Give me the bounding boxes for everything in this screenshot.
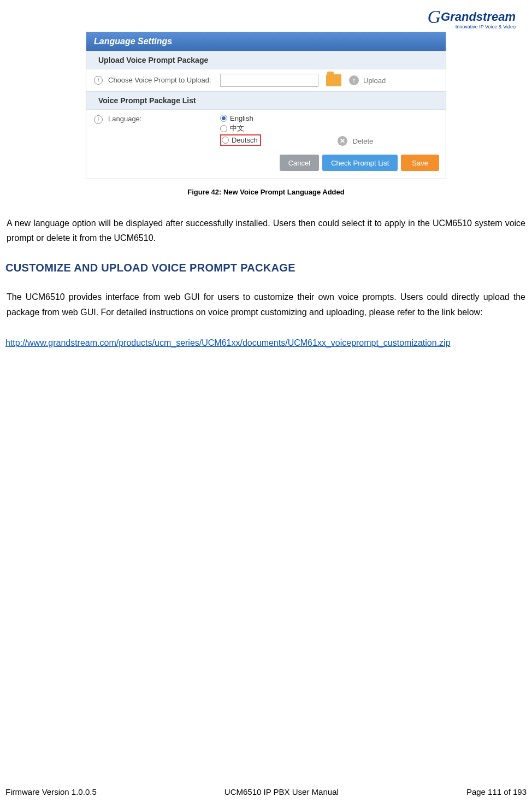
radio-icon (220, 115, 227, 122)
close-icon: ✕ (338, 136, 347, 146)
language-option-english[interactable]: English (220, 114, 261, 122)
check-prompt-list-button[interactable]: Check Prompt List (322, 155, 398, 171)
panel-title: Language Settings (86, 32, 446, 51)
upload-section-header: Upload Voice Prompt Package (86, 51, 446, 69)
section-heading: CUSTOMIZE AND UPLOAD VOICE PROMPT PACKAG… (5, 262, 527, 274)
radio-icon (220, 125, 227, 132)
paragraph-1: A new language option will be displayed … (5, 216, 527, 245)
footer-firmware: Firmware Version 1.0.0.5 (5, 787, 97, 796)
language-option-chinese[interactable]: 中文 (220, 123, 261, 133)
info-icon[interactable]: i (94, 76, 103, 85)
cancel-button[interactable]: Cancel (280, 155, 319, 171)
file-path-input[interactable] (220, 74, 318, 87)
radio-icon (222, 137, 229, 144)
upload-button[interactable]: ↑ Upload (349, 75, 386, 85)
action-button-row: Cancel Check Prompt List Save (86, 150, 446, 179)
delete-button[interactable]: ✕ Delete (338, 136, 374, 146)
language-settings-panel: Language Settings Upload Voice Prompt Pa… (86, 32, 446, 179)
browse-folder-icon[interactable] (326, 74, 341, 86)
list-section-header: Voice Prompt Package List (86, 91, 446, 110)
paragraph-2: The UCM6510 provides interface from web … (5, 290, 527, 319)
upload-row: i Choose Voice Prompt to Upload: ↑ Uploa… (86, 69, 446, 91)
page-footer: Firmware Version 1.0.0.5 UCM6510 IP PBX … (5, 787, 527, 796)
save-button[interactable]: Save (401, 155, 439, 171)
language-option-deutsch[interactable]: Deutsch (222, 136, 258, 144)
footer-title: UCM6510 IP PBX User Manual (224, 787, 339, 796)
documentation-link[interactable]: http://www.grandstream.com/products/ucm_… (5, 338, 451, 347)
footer-page: Page 111 of 193 (466, 787, 527, 796)
info-icon[interactable]: i (94, 115, 103, 124)
option-label: 中文 (230, 123, 244, 133)
figure-caption: Figure 42: New Voice Prompt Language Add… (5, 188, 527, 196)
upload-label: Choose Voice Prompt to Upload: (108, 75, 220, 85)
option-label: English (230, 114, 253, 122)
upload-icon: ↑ (349, 75, 359, 85)
language-label: Language: (108, 114, 220, 124)
logo-text: Grandstream (441, 10, 516, 23)
language-row: i Language: English 中文 Deutsch (86, 110, 446, 150)
upload-button-label: Upload (363, 76, 386, 85)
option-label: Deutsch (232, 136, 258, 144)
brand-logo: GGrandstream Innovative IP Voice & Video (5, 5, 527, 29)
language-options: English 中文 Deutsch (220, 114, 261, 146)
delete-button-label: Delete (353, 137, 374, 145)
language-option-deutsch-highlight: Deutsch (220, 134, 261, 146)
